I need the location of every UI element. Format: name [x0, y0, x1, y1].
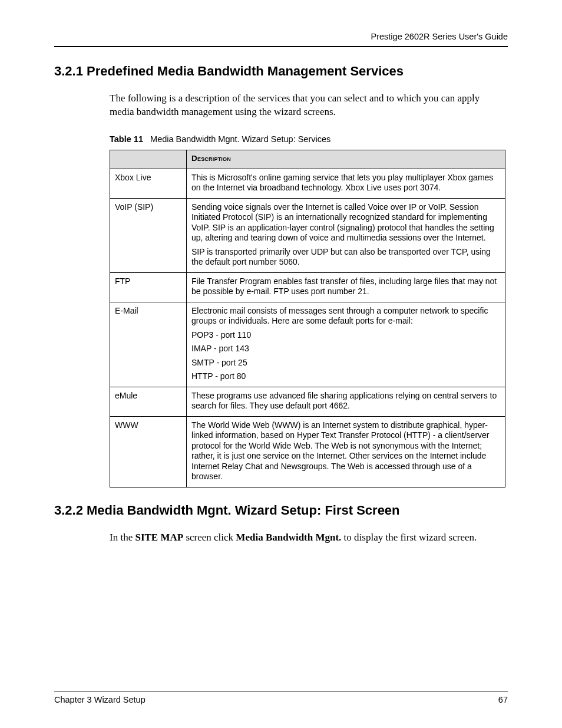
desc-line: The World Wide Web (WWW) is an Internet … — [191, 420, 500, 482]
para-text: screen click — [183, 532, 236, 543]
section-3-2-2-body: In the SITE MAP screen click Media Bandw… — [110, 531, 505, 545]
table-row: Xbox Live This is Microsoft's online gam… — [110, 169, 505, 198]
table-header-description: Description — [187, 150, 505, 169]
footer-page-number: 67 — [498, 695, 508, 704]
service-description: Electronic mail consists of messages sen… — [187, 302, 505, 387]
desc-line: Sending voice signals over the Internet … — [191, 202, 500, 243]
table-row: FTP File Transfer Program enables fast t… — [110, 272, 505, 302]
service-description: File Transfer Program enables fast trans… — [187, 272, 505, 302]
table-11-label: Table 11 — [110, 134, 143, 144]
section-3-2-1-heading: 3.2.1 Predefined Media Bandwidth Managem… — [54, 64, 508, 79]
para-bold-media: Media Bandwidth Mgnt. — [236, 532, 341, 543]
service-name: WWW — [110, 416, 187, 487]
section-3-2-2-heading: 3.2.2 Media Bandwidth Mgnt. Wizard Setup… — [54, 503, 508, 518]
service-description: Sending voice signals over the Internet … — [187, 198, 505, 272]
service-description: These programs use advanced file sharing… — [187, 387, 505, 416]
table-header-name — [110, 150, 187, 169]
table-row: eMule These programs use advanced file s… — [110, 387, 505, 416]
services-table: Description Xbox Live This is Microsoft'… — [110, 150, 505, 487]
section-3-2-1-body: The following is a description of the se… — [110, 92, 505, 487]
desc-line: Electronic mail consists of messages sen… — [191, 306, 500, 327]
desc-line: POP3 - port 110 — [191, 330, 500, 341]
table-row: WWW The World Wide Web (WWW) is an Inter… — [110, 416, 505, 487]
page: Prestige 2602R Series User's Guide 3.2.1… — [0, 0, 562, 728]
table-row: E-Mail Electronic mail consists of messa… — [110, 302, 505, 387]
service-name: FTP — [110, 272, 187, 302]
section-3-2-2-paragraph: In the SITE MAP screen click Media Bandw… — [110, 531, 505, 545]
section-3-2-1-paragraph: The following is a description of the se… — [110, 92, 505, 119]
para-text: In the — [110, 532, 135, 543]
desc-line: IMAP - port 143 — [191, 344, 500, 354]
table-11-title: Media Bandwidth Mgnt. Wizard Setup: Serv… — [150, 134, 330, 144]
desc-line: SIP is transported primarily over UDP bu… — [191, 247, 500, 268]
para-bold-sitemap: SITE MAP — [135, 532, 183, 543]
table-11-caption: Table 11 Media Bandwidth Mgnt. Wizard Se… — [110, 134, 505, 144]
desc-line: HTTP - port 80 — [191, 371, 500, 382]
page-footer: Chapter 3 Wizard Setup 67 — [54, 691, 508, 704]
desc-line: These programs use advanced file sharing… — [191, 391, 500, 411]
desc-line: This is Microsoft's online gaming servic… — [191, 173, 500, 193]
service-name: eMule — [110, 387, 187, 416]
table-header-row: Description — [110, 150, 505, 169]
footer-chapter: Chapter 3 Wizard Setup — [54, 695, 146, 704]
header-rule — [54, 46, 508, 47]
service-description: This is Microsoft's online gaming servic… — [187, 169, 505, 198]
desc-line: File Transfer Program enables fast trans… — [191, 276, 500, 297]
service-description: The World Wide Web (WWW) is an Internet … — [187, 416, 505, 487]
service-name: Xbox Live — [110, 169, 187, 198]
para-text: to display the first wizard screen. — [341, 532, 477, 543]
desc-line: SMTP - port 25 — [191, 358, 500, 368]
service-name: E-Mail — [110, 302, 187, 387]
service-name: VoIP (SIP) — [110, 198, 187, 272]
table-row: VoIP (SIP) Sending voice signals over th… — [110, 198, 505, 272]
footer-rule — [54, 691, 508, 691]
running-head: Prestige 2602R Series User's Guide — [54, 32, 508, 46]
